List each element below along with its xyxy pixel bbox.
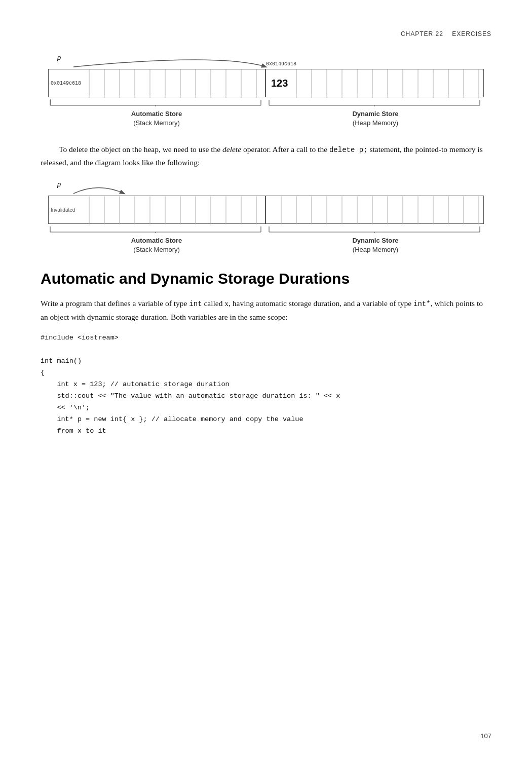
section-heading: Automatic and Dynamic Storage Durations bbox=[41, 270, 491, 288]
page-header: CHAPTER 22 EXERCISES bbox=[41, 30, 491, 37]
stack-brace-svg-1 bbox=[48, 98, 265, 106]
braces-row-1: Automatic Store (Stack Memory) Dynamic S… bbox=[48, 98, 484, 128]
heap-label-2: Dynamic Store (Heap Memory) bbox=[267, 236, 484, 254]
memory-grid-2: Invalidated bbox=[48, 196, 484, 224]
stack-brace-1: Automatic Store (Stack Memory) bbox=[48, 98, 266, 128]
stack-side-1: 0x0149c618 // drawn via the SVG below bbox=[49, 69, 266, 97]
chapter-label: CHAPTER 22 EXERCISES bbox=[401, 30, 491, 37]
svg-text:p: p bbox=[57, 180, 61, 188]
heap-addr-label-1: 0x0149c618 bbox=[266, 61, 296, 67]
heap-brace-1: Dynamic Store (Heap Memory) bbox=[266, 98, 484, 128]
heap-brace-svg-2 bbox=[267, 225, 484, 233]
arc-row-2: p bbox=[48, 179, 484, 196]
chapter-number: CHAPTER 22 bbox=[401, 30, 443, 37]
diagram-1: p 0x0149c618 bbox=[41, 53, 491, 128]
paragraph-1: To delete the object on the heap, we nee… bbox=[41, 143, 491, 169]
heap-side-1: 0x0149c618 123 bbox=[266, 69, 483, 97]
stack-brace-2: Automatic Store (Stack Memory) bbox=[48, 225, 266, 254]
braces-row-2: Automatic Store (Stack Memory) Dynamic S… bbox=[48, 225, 484, 254]
heap-grid-lines-1 bbox=[266, 69, 483, 98]
delete-code: delete p; bbox=[329, 146, 368, 154]
page: CHAPTER 22 EXERCISES p bbox=[0, 0, 532, 760]
stack-label-2: Automatic Store (Stack Memory) bbox=[48, 236, 265, 254]
svg-text:p: p bbox=[57, 54, 61, 61]
body-paragraph: Write a program that defines a variable … bbox=[41, 297, 491, 323]
stack-side-2: Invalidated bbox=[49, 196, 266, 223]
int-ptr-code: int* bbox=[413, 300, 431, 308]
heap-side-2 bbox=[266, 196, 483, 223]
heap-label-1: Dynamic Store (Heap Memory) bbox=[267, 109, 484, 128]
int-code-1: int bbox=[189, 300, 202, 308]
chapter-section: EXERCISES bbox=[452, 30, 491, 37]
memory-grid-1: 0x0149c618 // drawn via the SVG below bbox=[48, 69, 484, 97]
page-number: 107 bbox=[480, 732, 491, 740]
stack-label-1: Automatic Store (Stack Memory) bbox=[48, 109, 265, 128]
delete-italic: delete bbox=[222, 145, 241, 154]
diagram-2: p Invalidated bbox=[41, 179, 491, 254]
code-block: #include <iostream> int main() { int x =… bbox=[41, 332, 491, 437]
memory-diagram-1: p 0x0149c618 bbox=[48, 53, 484, 128]
memory-diagram-2: p Invalidated bbox=[48, 179, 484, 254]
stack-brace-svg-2 bbox=[48, 225, 265, 233]
heap-grid-lines-2 bbox=[266, 196, 483, 224]
heap-brace-2: Dynamic Store (Heap Memory) bbox=[266, 225, 484, 254]
heap-brace-svg-1 bbox=[267, 98, 484, 106]
stack-grid-lines-2 bbox=[49, 196, 265, 224]
stack-grid-lines-1: // drawn via the SVG below bbox=[49, 69, 265, 98]
